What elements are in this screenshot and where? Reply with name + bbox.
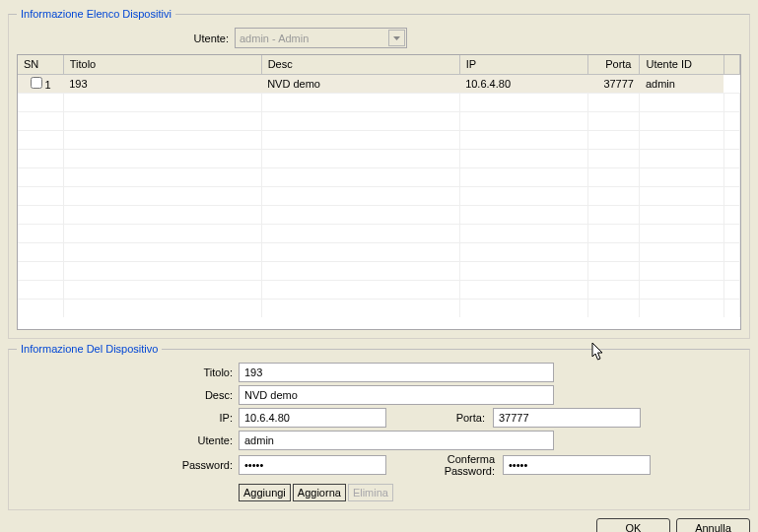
device-table[interactable]: SN Titolo Desc IP Porta Utente ID 1 193 …	[17, 54, 741, 330]
user-combobox[interactable]: admin - Admin	[235, 28, 407, 48]
label-utente: Utente:	[17, 434, 239, 446]
dialog-footer: OK Annulla	[8, 518, 750, 532]
cell-desc: NVD demo	[261, 74, 459, 93]
ok-button[interactable]: OK	[596, 518, 670, 532]
user-combobox-value: admin - Admin	[240, 33, 309, 44]
input-ip[interactable]	[239, 408, 386, 428]
cell-ip: 10.6.4.80	[459, 74, 588, 93]
cell-utenteid: admin	[640, 74, 724, 93]
col-sn[interactable]: SN	[18, 55, 63, 74]
col-porta[interactable]: Porta	[588, 55, 640, 74]
label-porta: Porta:	[390, 412, 489, 424]
cell-titolo: 193	[63, 74, 261, 93]
label-titolo: Titolo:	[17, 366, 239, 378]
input-desc[interactable]	[239, 385, 554, 405]
input-password[interactable]	[239, 455, 386, 475]
add-button[interactable]: Aggiungi	[239, 484, 291, 501]
col-utenteid[interactable]: Utente ID	[640, 55, 724, 74]
device-info-group: Informazione Del Dispositivo Titolo: Des…	[8, 343, 750, 510]
label-password: Password:	[17, 459, 239, 471]
label-ip: IP:	[17, 412, 239, 424]
input-conferma[interactable]	[503, 455, 651, 475]
label-desc: Desc:	[17, 389, 239, 401]
device-list-title: Informazione Elenco Dispositivi	[17, 8, 175, 20]
chevron-down-icon[interactable]	[388, 30, 405, 46]
cancel-button[interactable]: Annulla	[676, 518, 750, 532]
col-scrollgap	[724, 55, 739, 74]
input-titolo[interactable]	[239, 363, 554, 382]
table-header: SN Titolo Desc IP Porta Utente ID	[18, 55, 740, 74]
device-info-title: Informazione Del Dispositivo	[17, 343, 162, 355]
input-porta[interactable]	[493, 408, 641, 428]
row-checkbox[interactable]	[31, 77, 42, 89]
label-conferma: Conferma Password:	[390, 453, 499, 477]
user-label: Utente:	[17, 33, 229, 44]
device-list-group: Informazione Elenco Dispositivi Utente: …	[8, 8, 750, 339]
col-desc[interactable]: Desc	[261, 55, 459, 74]
table-row[interactable]: 1 193 NVD demo 10.6.4.80 37777 admin	[18, 74, 740, 93]
input-utente[interactable]	[239, 431, 554, 450]
cursor-icon	[590, 343, 606, 363]
col-titolo[interactable]: Titolo	[63, 55, 261, 74]
update-button[interactable]: Aggiorna	[293, 484, 346, 501]
cell-porta: 37777	[588, 74, 640, 93]
col-ip[interactable]: IP	[459, 55, 588, 74]
delete-button: Elimina	[348, 484, 393, 501]
cell-sn: 1	[45, 79, 51, 91]
